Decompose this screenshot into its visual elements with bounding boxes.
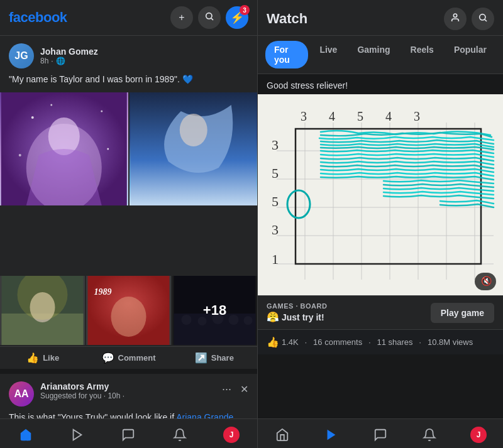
svg-marker-32 (73, 430, 81, 440)
nav-messenger-right[interactable] (356, 424, 405, 445)
nav-notifications-right[interactable] (405, 424, 454, 445)
add-icon: + (179, 12, 184, 23)
like-icon: 👍 (26, 352, 39, 364)
post-header-right-2: ··· ✕ (218, 381, 248, 397)
watch-tabs: For you Live Gaming Reels Popular (258, 36, 503, 74)
nav-home-right[interactable] (258, 424, 307, 445)
watch-profile-icon (450, 13, 460, 25)
tab-popular[interactable]: Popular (445, 41, 495, 68)
post-link-ariana[interactable]: Ariana Grande (176, 412, 233, 418)
post-actions-1: 👍 Like 💬 Comment ↗️ Share (0, 346, 257, 369)
watch-title: Watch (267, 11, 307, 27)
more-options-button[interactable]: ··· (218, 381, 235, 397)
photo-2[interactable] (130, 92, 258, 205)
messenger-badge: 3 (240, 5, 250, 15)
avatar-2: AA (9, 381, 34, 407)
comment-icon: 💬 (102, 352, 114, 364)
game-info: GAMES · BOARD 😤 Just try it! (267, 302, 327, 323)
svg-line-35 (485, 19, 487, 21)
svg-point-7 (19, 154, 21, 156)
svg-text:🔇: 🔇 (481, 276, 492, 287)
close-button[interactable]: ✕ (240, 383, 248, 395)
svg-point-34 (480, 14, 485, 20)
view-count: 10.8M views (428, 337, 473, 347)
nav-messenger-left[interactable] (103, 424, 155, 445)
watch-content: Good stress reliever! (258, 74, 503, 418)
svg-text:3: 3 (272, 137, 279, 153)
header-icons: + ⚡ 3 (170, 6, 248, 29)
facebook-logo: facebook (9, 9, 67, 26)
share-button[interactable]: ↗️ Share (172, 347, 257, 369)
comment-count: 16 comments (313, 337, 362, 347)
watch-profile-button[interactable] (444, 8, 467, 30)
left-panel: facebook + ⚡ 3 JG (0, 0, 258, 448)
tab-reels[interactable]: Reels (402, 41, 443, 68)
photo-3[interactable] (0, 276, 85, 345)
svg-point-18 (111, 297, 146, 337)
svg-text:3: 3 (414, 109, 420, 123)
comment-button[interactable]: 💬 Comment (86, 347, 171, 369)
share-icon: ↗️ (195, 352, 207, 364)
privacy-icon: 🌐 (56, 57, 65, 65)
video-thumbnail[interactable]: 3 5 5 3 1 3 4 5 4 3 (258, 94, 503, 295)
right-header-icons (444, 8, 494, 30)
profile-avatar-left: J (223, 427, 240, 443)
svg-text:1: 1 (272, 251, 279, 267)
photo-1[interactable] (0, 92, 128, 205)
game-emoji: 😤 (267, 311, 279, 323)
right-panel: Watch For you Live Ga (258, 0, 503, 448)
photo-4[interactable]: 1989 (86, 276, 171, 345)
svg-line-1 (211, 18, 213, 20)
svg-point-33 (453, 14, 456, 17)
video-description: Good stress reliever! (258, 74, 503, 94)
svg-text:1989: 1989 (94, 287, 112, 297)
photo-bottom-row: 1989 (0, 276, 257, 345)
game-banner: GAMES · BOARD 😤 Just try it! Play game (258, 295, 503, 329)
messenger-button[interactable]: ⚡ 3 (226, 6, 248, 29)
game-title: Just try it! (282, 312, 324, 322)
play-game-button[interactable]: Play game (431, 303, 494, 323)
svg-text:3: 3 (272, 222, 279, 238)
tab-live[interactable]: Live (311, 41, 346, 68)
svg-point-11 (179, 114, 207, 146)
post-header-1: JG Johan Gomez 8h · 🌐 (0, 36, 257, 74)
photo-grid: 1989 (0, 92, 257, 345)
post-time-1: 8h · 🌐 (40, 57, 248, 65)
svg-text:4: 4 (385, 109, 392, 123)
watch-search-button[interactable] (472, 8, 494, 30)
svg-point-0 (206, 13, 212, 19)
nav-notifications-left[interactable] (154, 424, 206, 445)
bottom-nav-left: J (0, 418, 257, 448)
photo-5[interactable]: +18 (172, 276, 257, 345)
svg-point-8 (107, 148, 109, 150)
likes-group: 👍 1.4K (267, 336, 299, 348)
game-category: GAMES · BOARD (267, 302, 327, 310)
avatar-1: JG (9, 43, 34, 68)
tab-for-you[interactable]: For you (265, 41, 308, 68)
like-reaction-icon: 👍 (267, 336, 279, 348)
search-icon (204, 11, 214, 24)
post-card-1: JG Johan Gomez 8h · 🌐 "My name is Taylor… (0, 36, 257, 369)
stats-row: 👍 1.4K · 16 comments · 11 shares · 10.8M… (258, 329, 503, 354)
nav-home-left[interactable] (0, 424, 52, 445)
svg-marker-63 (328, 430, 336, 440)
post-suggested-2: Suggested for you · 10h · (40, 391, 212, 400)
post-author-2: Arianators Army (40, 381, 212, 391)
svg-text:5: 5 (272, 165, 279, 181)
tab-gaming[interactable]: Gaming (348, 41, 399, 68)
nav-profile-right[interactable]: J (454, 424, 503, 445)
svg-point-9 (50, 104, 52, 106)
nav-profile-left[interactable]: J (206, 424, 257, 445)
add-button[interactable]: + (170, 6, 193, 29)
nav-watch-left[interactable] (52, 424, 103, 445)
svg-rect-36 (258, 94, 503, 295)
like-button[interactable]: 👍 Like (0, 347, 86, 369)
like-count: 1.4K (282, 337, 299, 347)
post-header-2: AA Arianators Army Suggested for you · 1… (0, 374, 257, 412)
nav-watch-right[interactable] (307, 424, 356, 445)
search-button[interactable] (198, 6, 221, 29)
right-header: Watch (258, 0, 503, 36)
svg-text:5: 5 (357, 109, 363, 123)
bottom-nav-right: J (258, 418, 503, 448)
svg-point-6 (101, 110, 102, 112)
